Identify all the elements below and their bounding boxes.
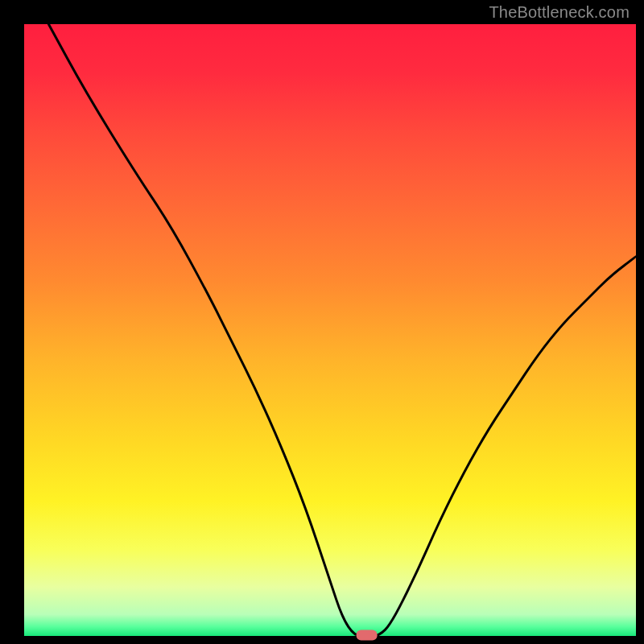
watermark-text: TheBottleneck.com xyxy=(489,3,630,22)
plot-background xyxy=(24,24,636,636)
bottleneck-chart xyxy=(0,0,644,644)
chart-container: TheBottleneck.com xyxy=(0,0,644,644)
optimal-marker xyxy=(357,630,378,641)
